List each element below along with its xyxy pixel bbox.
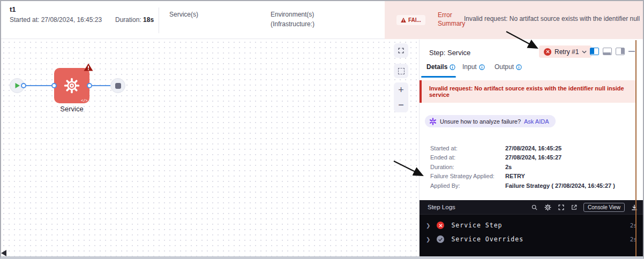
layout-right-panel-button[interactable] [616, 48, 625, 55]
log-row-name: Service Overrides [451, 235, 523, 243]
failed-circle-icon [544, 48, 551, 56]
zoom-in-button[interactable]: + [398, 85, 404, 95]
failed-badge-label: FAI... [408, 17, 421, 23]
edge-service-to-end [92, 85, 110, 86]
failure-warning-badge [84, 63, 93, 73]
execution-header: t1 Started at: 27/08/2024, 16:45:23 Dura… [1, 1, 643, 39]
service-node-label: Service [54, 105, 89, 113]
info-icon [479, 64, 485, 70]
panel-tabs: Details Input Output [420, 63, 643, 77]
search-icon[interactable] [531, 204, 538, 211]
console-view-label: Console View [588, 204, 620, 210]
minimize-button[interactable] [628, 51, 635, 52]
log-row-service-step[interactable]: ❯ Service Step 2s [420, 219, 643, 232]
service-node-port-left [51, 83, 57, 88]
detail-row: Applied By: Failure Strategy ( 27/08/202… [430, 181, 634, 191]
duration-text: Duration: 18s [115, 16, 154, 24]
gear-icon [63, 77, 81, 95]
play-icon [14, 82, 20, 89]
ask-aida-link[interactable]: Ask AIDA [524, 118, 549, 125]
detail-value: 27/08/2024, 16:45:25 [505, 145, 561, 151]
log-row-service-overrides[interactable]: ❯ Service Overrides 2s [420, 233, 643, 246]
services-label: Service(s) [169, 11, 198, 18]
active-tab-underline [421, 76, 456, 78]
detail-row: Duration: 2s [430, 162, 634, 172]
panel-scrollbar[interactable] [635, 40, 636, 257]
code-icon: </> [81, 98, 87, 102]
end-node[interactable] [110, 78, 125, 93]
detail-row: Started at: 27/08/2024, 16:45:25 [430, 143, 634, 153]
step-logs-panel: Step Logs [420, 200, 643, 257]
environments-label: Environment(s) (Infrastructure:) [271, 10, 314, 29]
environments-line: Environment(s) [271, 10, 314, 19]
console-view-button[interactable]: Console View [583, 203, 625, 212]
detail-label: Started at: [430, 145, 505, 151]
start-node-port [21, 83, 26, 88]
tab-input-label: Input [462, 63, 477, 71]
tab-details[interactable]: Details [426, 63, 455, 71]
step-logs-toolbar: Console View [531, 200, 638, 215]
zoom-controls: + − [394, 82, 408, 112]
log-settings-gear-icon[interactable] [544, 203, 552, 211]
selection-mode-button[interactable] [394, 64, 408, 78]
zoom-out-button[interactable]: − [398, 100, 404, 110]
tab-details-label: Details [426, 63, 447, 71]
aida-icon [429, 118, 437, 125]
step-logs-header: Step Logs [420, 200, 643, 215]
error-summary-text: Invalid request: No artifact source exis… [464, 15, 641, 22]
step-panel-title: Step: Service [429, 49, 470, 57]
layout-bottom-panel-button[interactable] [603, 48, 612, 55]
step-details-list: Started at: 27/08/2024, 16:45:25 Ended a… [430, 143, 634, 191]
layout-left-panel-button[interactable] [590, 48, 599, 55]
duration-label: Duration: [115, 16, 141, 24]
tab-input[interactable]: Input [462, 63, 485, 71]
detail-label: Duration: [430, 164, 505, 170]
retry-label: Retry #1 [555, 48, 579, 56]
step-error-text: Invalid request: No artifact source exis… [422, 85, 636, 98]
aida-suggestion-pill: Unsure how to analyze failure? Ask AIDA [425, 115, 556, 127]
detail-value: 2s [505, 164, 512, 170]
download-icon[interactable] [631, 204, 638, 211]
service-step-node[interactable]: </> [54, 68, 89, 103]
detail-label: Applied By: [430, 182, 505, 189]
fit-view-button[interactable] [394, 43, 408, 58]
stop-icon [115, 83, 121, 89]
selection-icon [398, 68, 405, 74]
pipeline-title: t1 [10, 5, 16, 13]
pipeline-canvas[interactable]: </> Service + − [1, 40, 418, 257]
detail-label: Ended at: [430, 154, 505, 161]
warning-triangle-icon [401, 18, 406, 22]
retry-selector[interactable]: Retry #1 [539, 45, 591, 58]
chevron-down-icon [582, 50, 587, 54]
open-in-new-icon[interactable] [571, 204, 578, 211]
started-at-text: Started at: 27/08/2024, 16:45:23 [10, 16, 102, 24]
fullscreen-icon[interactable] [558, 204, 565, 211]
error-summary-bar: FAI... Error Summary Invalid request: No… [385, 1, 643, 39]
detail-label: Failure Strategy Applied: [430, 173, 505, 179]
cursor-artifact [1, 249, 6, 257]
service-node-port-right [87, 83, 92, 88]
expand-chevron-icon[interactable]: ❯ [426, 223, 430, 228]
step-error-banner: Invalid request: No artifact source exis… [420, 80, 636, 103]
detail-value: 27/08/2024, 16:45:27 [505, 154, 561, 161]
fit-view-icon [398, 47, 405, 54]
tab-output-label: Output [495, 63, 514, 71]
detail-value: RETRY [505, 173, 525, 179]
svg-text:</>: </> [81, 98, 87, 102]
infrastructure-line: (Infrastructure:) [271, 19, 314, 29]
step-logs-title: Step Logs [428, 204, 455, 210]
expand-chevron-icon[interactable]: ❯ [426, 237, 430, 242]
success-status-icon [437, 235, 444, 243]
duration-value: 18s [143, 16, 154, 24]
detail-value: Failure Strategy ( 27/08/2024, 16:45:27 … [505, 182, 615, 189]
detail-row: Ended at: 27/08/2024, 16:45:27 [430, 153, 634, 163]
edge-start-to-service [25, 85, 55, 86]
aida-question-text: Unsure how to analyze failure? [440, 118, 521, 125]
pipeline-execution-window: t1 Started at: 27/08/2024, 16:45:23 Dura… [0, 0, 644, 259]
failed-status-badge: FAI... [396, 15, 425, 25]
info-icon [516, 64, 522, 70]
tab-output[interactable]: Output [495, 63, 522, 71]
step-details-panel: Step: Service Retry #1 Details [419, 40, 643, 257]
info-icon [450, 64, 455, 70]
failed-status-icon [437, 222, 444, 229]
